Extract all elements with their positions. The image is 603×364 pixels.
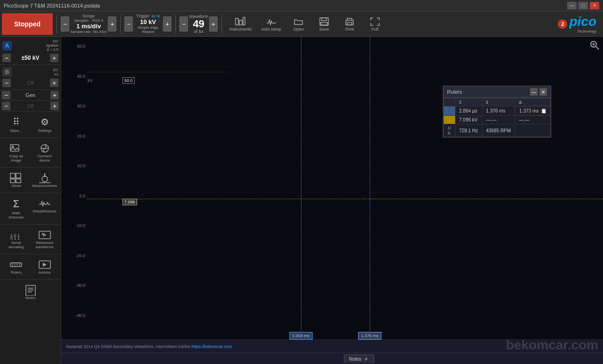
sidebar-item-connect-device[interactable]: Connect device bbox=[32, 141, 57, 164]
rulers-minimize[interactable]: — bbox=[530, 88, 538, 96]
views-label: Views bbox=[11, 184, 21, 188]
gen-minus[interactable]: − bbox=[2, 91, 10, 99]
channel-a-label[interactable]: A bbox=[2, 41, 12, 50]
settings-label: Settings bbox=[38, 129, 51, 133]
actions-label: Actions bbox=[39, 270, 51, 275]
save-button[interactable]: Save bbox=[312, 15, 336, 33]
rulers-row-time: 2.864 μs 1.376 ms 1.373 ms 📋 bbox=[444, 106, 551, 116]
full-button[interactable]: Full bbox=[363, 15, 387, 33]
auto-setup-icon bbox=[266, 16, 277, 27]
sidebar-item-reference-waveforms[interactable]: Reference waveforms bbox=[32, 227, 57, 251]
channel-b-status: Off bbox=[27, 80, 33, 86]
scope-minus-button[interactable]: − bbox=[61, 16, 69, 32]
rulers-col-2: 2 bbox=[482, 98, 515, 106]
rulers-time-v2: 1.376 ms bbox=[482, 106, 515, 116]
sidebar-item-more[interactable]: ⠿ More... bbox=[3, 114, 29, 135]
sidebar-item-serial-decoding[interactable]: 1 0 1 0 1 1 Serial decoding bbox=[3, 227, 29, 251]
ruler1-time-badge: 0.003 ms bbox=[289, 332, 312, 340]
channel-b-minus[interactable]: − bbox=[2, 79, 11, 87]
open-button[interactable]: Open bbox=[287, 15, 310, 33]
y-label-0: 0.0 bbox=[61, 194, 87, 198]
gen-row: − Gen + bbox=[0, 90, 61, 101]
channel-a-minus[interactable]: − bbox=[2, 54, 11, 62]
samples-label: Samples bbox=[74, 18, 89, 23]
sidebar-item-actions[interactable]: Actions bbox=[32, 257, 57, 276]
svg-rect-4 bbox=[322, 18, 326, 21]
notes-tab[interactable]: Notes ✕ bbox=[344, 355, 374, 363]
zoom-button[interactable] bbox=[590, 40, 599, 52]
waveform-section: − Waveform 49 of 54 + bbox=[179, 14, 218, 34]
trigger-minus-button[interactable]: − bbox=[124, 16, 133, 32]
caption-url[interactable]: https://bekomcar.com bbox=[192, 344, 232, 349]
scope-plus-button[interactable]: + bbox=[108, 16, 116, 32]
channel-a-info: DC Ignition 8 ÷ 0.5 bbox=[46, 39, 58, 52]
more-label: More... bbox=[10, 129, 22, 133]
sidebar-item-notes[interactable]: Notes bbox=[17, 283, 43, 302]
notes-close-button[interactable]: ✕ bbox=[363, 356, 369, 362]
trigger-content: Trigger 41 % 10 kV Simple edge Repeat bbox=[134, 14, 162, 34]
pico-branding: pico Technology bbox=[569, 14, 596, 33]
titlebar-controls: — □ ✕ bbox=[567, 2, 599, 9]
more-icon: ⠿ bbox=[13, 116, 20, 128]
channel-a-sub: Ignition bbox=[46, 43, 58, 48]
titlebar: PicoScope 7 T&M 20241116-0014.psdata — □… bbox=[0, 0, 603, 11]
rulers-col-1: 1 bbox=[455, 98, 482, 106]
ruler-line-1 bbox=[301, 37, 302, 350]
channel-a-scale: − ±50 kV + bbox=[1, 53, 59, 63]
rulers-col-delta: Δ bbox=[515, 98, 551, 106]
math-label: Math channels bbox=[5, 211, 27, 219]
svg-rect-0 bbox=[236, 18, 238, 25]
print-label: Print bbox=[345, 27, 354, 32]
notes-label: Notes bbox=[25, 296, 35, 300]
sidebar-item-math-channels[interactable]: Σ Math channels bbox=[3, 196, 29, 221]
save-icon bbox=[318, 16, 330, 27]
print-button[interactable]: Print bbox=[338, 15, 361, 33]
sidebar-item-deep-measure[interactable]: DeepMeasure bbox=[32, 196, 57, 221]
sidebar-item-views[interactable]: Views bbox=[3, 170, 29, 190]
save-label: Save bbox=[319, 27, 329, 32]
gen-plus[interactable]: + bbox=[50, 91, 59, 99]
sidebar-item-settings[interactable]: ⚙ Settings bbox=[32, 114, 57, 135]
sidebar-item-measurements[interactable]: Measurements bbox=[32, 170, 57, 190]
sidebar-row-4: Σ Math channels DeepMeasure bbox=[0, 193, 61, 225]
pico-text: pico bbox=[569, 14, 596, 29]
stopped-button[interactable]: Stopped bbox=[2, 13, 53, 35]
waveform-minus-button[interactable]: − bbox=[179, 16, 188, 32]
maximize-button[interactable]: □ bbox=[579, 2, 588, 9]
sidebar-item-copy-image[interactable]: Copy as image bbox=[3, 141, 29, 164]
waveform-plus-button[interactable]: + bbox=[209, 16, 218, 32]
copy-delta-button[interactable]: 📋 bbox=[541, 108, 546, 113]
off-minus[interactable]: − bbox=[2, 102, 10, 110]
rulers-derived-empty bbox=[515, 124, 551, 137]
minimize-button[interactable]: — bbox=[567, 2, 577, 9]
y-axis: 50.0 40.0 30.0 20.0 10.0 0.0 -10.0 -20.0… bbox=[61, 37, 87, 355]
rulers-close[interactable]: ✕ bbox=[539, 88, 547, 96]
channel-a-scale-value: ±50 kV bbox=[22, 55, 40, 61]
trigger-mode: Repeat bbox=[142, 30, 154, 34]
svg-rect-5 bbox=[321, 23, 327, 25]
channel-a-plus[interactable]: + bbox=[50, 54, 58, 62]
channel-b-plus[interactable]: + bbox=[50, 79, 58, 87]
svg-rect-2 bbox=[243, 17, 245, 25]
chart-area[interactable]: 50.0 40.0 30.0 20.0 10.0 0.0 -10.0 -20.0… bbox=[61, 37, 603, 364]
zoom-icon bbox=[590, 40, 599, 50]
settings-icon: ⚙ bbox=[41, 116, 49, 128]
deep-measure-label: DeepMeasure bbox=[33, 209, 57, 213]
rulers-header: Rulers — ✕ bbox=[443, 86, 551, 98]
views-icon bbox=[9, 172, 23, 184]
caption-text: Maserati 2014 Q4 Ghibli Secondary Wavefo… bbox=[66, 344, 190, 349]
close-button[interactable]: ✕ bbox=[590, 2, 599, 9]
channel-b-label[interactable]: B bbox=[2, 67, 12, 77]
auto-setup-button[interactable]: Auto setup bbox=[257, 15, 285, 33]
print-icon bbox=[344, 16, 355, 27]
off-plus[interactable]: + bbox=[50, 102, 59, 110]
ruler2-time-badge: 1.376 ms bbox=[358, 332, 381, 340]
sidebar-item-rulers[interactable]: Rulers bbox=[3, 257, 29, 276]
instruments-button[interactable]: Instruments bbox=[226, 15, 255, 33]
trigger-type: Simple edge bbox=[138, 25, 158, 30]
trigger-plus-button[interactable]: + bbox=[163, 16, 171, 32]
rulers-row-derived: 1/Δ 728.1 Hz 43685 RPM bbox=[444, 124, 551, 137]
rulers-derived-label: 1/Δ bbox=[444, 124, 456, 137]
svg-marker-29 bbox=[43, 263, 47, 267]
rulers-col-empty bbox=[444, 98, 456, 106]
